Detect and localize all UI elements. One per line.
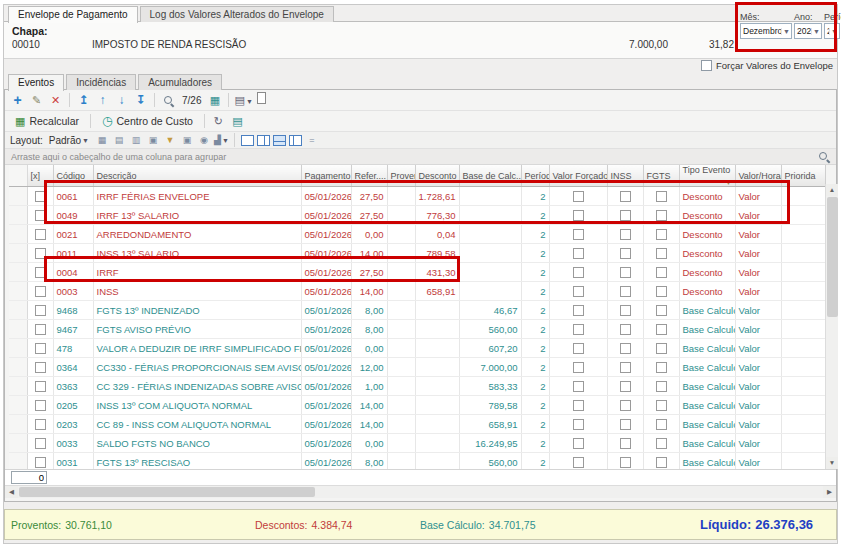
row-select-checkbox[interactable]	[35, 286, 46, 297]
prioridade-cell[interactable]	[781, 339, 825, 358]
grid-row-478[interactable]: 478VALOR A DEDUZIR DE IRRF SIMPLIFICADO …	[9, 339, 825, 358]
fgts[interactable]	[643, 377, 679, 396]
periodo-cell[interactable]: 2	[521, 377, 549, 396]
periodo-cell[interactable]: 2	[521, 415, 549, 434]
valor-hora-cell[interactable]: Valor	[735, 415, 781, 434]
base-calculo-cell[interactable]: 560,00	[459, 320, 521, 339]
tab-envelope-pagamento[interactable]: Envelope de Pagamento	[8, 6, 138, 23]
column-header-descricao[interactable]: Descrição	[93, 165, 301, 187]
periodo-cell[interactable]: 2	[521, 244, 549, 263]
inss-checkbox[interactable]	[620, 381, 631, 392]
periodo-cell[interactable]: 2	[521, 434, 549, 453]
scroll-up-icon[interactable]: ▲	[826, 184, 838, 196]
valor-forcado[interactable]	[549, 244, 607, 263]
tab-acumuladores[interactable]: Acumuladores	[138, 74, 222, 90]
column-chooser-icon[interactable]: ▥	[129, 134, 143, 147]
mes-select[interactable]: Dezembro ▼	[740, 23, 792, 39]
valor-hora-cell[interactable]: Valor	[735, 187, 781, 206]
column-header-tipo_evento[interactable]: Tipo Evento▼	[679, 165, 735, 187]
new-layout-icon[interactable]: ▤	[112, 134, 126, 147]
codigo-cell[interactable]: 0061	[53, 187, 93, 206]
valor-forcado[interactable]	[549, 415, 607, 434]
tab-incidencias[interactable]: Incidências	[66, 74, 136, 90]
codigo-cell[interactable]: 0203	[53, 415, 93, 434]
fgts-checkbox[interactable]	[656, 438, 667, 449]
print-icon[interactable]: ▣	[180, 134, 194, 147]
valor-hora-cell[interactable]: Valor	[735, 244, 781, 263]
descricao-cell[interactable]: FGTS 13º INDENIZADO	[93, 301, 301, 320]
row-select-checkbox[interactable]	[35, 438, 46, 449]
refresh-icon[interactable]: ↻	[210, 113, 227, 130]
scroll-right-icon[interactable]: ▶	[823, 486, 836, 498]
descricao-cell[interactable]: CC 89 - INSS COM ALIQUOTA NORMAL	[93, 415, 301, 434]
save-layout-icon[interactable]: ▦	[95, 134, 109, 147]
periodo-cell[interactable]: 2	[521, 301, 549, 320]
grid-vertical-scrollbar[interactable]: ▲ ▼	[825, 184, 838, 469]
column-header-base[interactable]: Base de Calc...	[459, 165, 521, 187]
inss[interactable]	[607, 225, 643, 244]
column-header-valor_hora[interactable]: Valor/Hora/...	[735, 165, 781, 187]
layout-selector[interactable]: Padrão ▼	[46, 135, 92, 146]
valor-hora-cell[interactable]: Valor	[735, 396, 781, 415]
row-select[interactable]	[27, 263, 53, 282]
tipo-evento-cell[interactable]: Base Calculo	[679, 396, 735, 415]
fgts-checkbox[interactable]	[656, 267, 667, 278]
referencia-cell[interactable]: 8,00	[351, 301, 387, 320]
valor-forcado[interactable]	[549, 358, 607, 377]
referencia-cell[interactable]: 1,00	[351, 377, 387, 396]
provento-cell[interactable]	[387, 282, 415, 301]
descricao-cell[interactable]: IRRF 13º SALARIO	[93, 206, 301, 225]
grid-options-icon[interactable]: ▣	[146, 134, 160, 147]
descricao-cell[interactable]: CC 329 - FÉRIAS INDENIZADAS SOBRE AVISO …	[93, 377, 301, 396]
desconto-cell[interactable]: 776,30	[415, 206, 459, 225]
base-calculo-cell[interactable]: 789,58	[459, 396, 521, 415]
provento-cell[interactable]	[387, 301, 415, 320]
valor-hora-cell[interactable]: Valor	[735, 339, 781, 358]
valor-forcado-checkbox[interactable]	[573, 267, 584, 278]
row-select[interactable]	[27, 377, 53, 396]
tipo-evento-cell[interactable]: Desconto	[679, 263, 735, 282]
valor-forcado[interactable]	[549, 206, 607, 225]
base-calculo-cell[interactable]	[459, 225, 521, 244]
prioridade-cell[interactable]	[781, 225, 825, 244]
inss-checkbox[interactable]	[620, 457, 631, 468]
filter-icon[interactable]: ▼	[163, 134, 177, 147]
desconto-cell[interactable]: 658,91	[415, 282, 459, 301]
inss[interactable]	[607, 282, 643, 301]
desconto-cell[interactable]	[415, 339, 459, 358]
valor-forcado-checkbox[interactable]	[573, 286, 584, 297]
column-header-check[interactable]: [x]	[27, 165, 53, 187]
forcar-valores-checkbox[interactable]	[701, 60, 712, 71]
fgts[interactable]	[643, 225, 679, 244]
grid-horizontal-scrollbar[interactable]: ◀ ▶	[5, 485, 836, 498]
periodo-cell[interactable]: 2	[521, 339, 549, 358]
inss-checkbox[interactable]	[620, 438, 631, 449]
grid-row-9468[interactable]: 9468FGTS 13º INDENIZADO05/01/20268,0046,…	[9, 301, 825, 320]
fgts[interactable]	[643, 358, 679, 377]
column-header-desconto[interactable]: Desconto	[415, 165, 459, 187]
grid-row-0363[interactable]: 0363CC 329 - FÉRIAS INDENIZADAS SOBRE AV…	[9, 377, 825, 396]
row-select-checkbox[interactable]	[35, 400, 46, 411]
valor-forcado-checkbox[interactable]	[573, 191, 584, 202]
pagamento-cell[interactable]: 05/01/2026	[301, 434, 351, 453]
filter-funnel-icon[interactable]: ▼	[726, 180, 732, 186]
referencia-cell[interactable]: 27,50	[351, 263, 387, 282]
descricao-cell[interactable]: ARREDONDAMENTO	[93, 225, 301, 244]
valor-hora-cell[interactable]: Valor	[735, 225, 781, 244]
descricao-cell[interactable]: IRRF FÉRIAS ENVELOPE	[93, 187, 301, 206]
valor-forcado-checkbox[interactable]	[573, 381, 584, 392]
centro-custo-button[interactable]: ◷ Centro de Custo	[96, 112, 199, 130]
row-select[interactable]	[27, 320, 53, 339]
previous-record-icon[interactable]: ↑	[94, 92, 111, 109]
provento-cell[interactable]	[387, 187, 415, 206]
valor-hora-cell[interactable]: Valor	[735, 206, 781, 225]
provento-cell[interactable]	[387, 396, 415, 415]
base-calculo-cell[interactable]: 46,67	[459, 301, 521, 320]
inss-checkbox[interactable]	[620, 248, 631, 259]
valor-forcado-checkbox[interactable]	[573, 305, 584, 316]
codigo-cell[interactable]: 0049	[53, 206, 93, 225]
grid-footer-input[interactable]	[11, 471, 47, 484]
chevron-down-icon[interactable]: ▼	[781, 28, 791, 35]
base-calculo-cell[interactable]	[459, 244, 521, 263]
desconto-cell[interactable]	[415, 396, 459, 415]
